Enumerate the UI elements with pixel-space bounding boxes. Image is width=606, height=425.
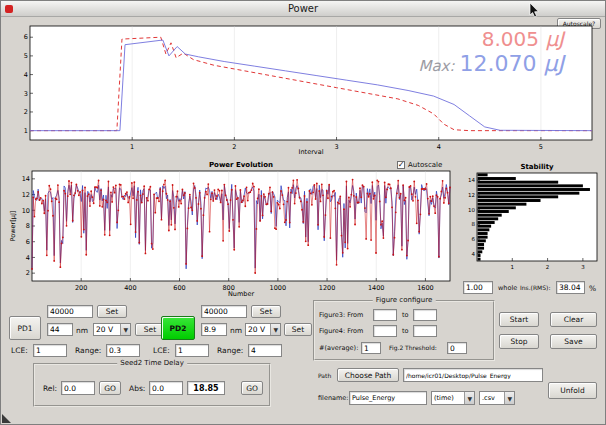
average-input[interactable]: [361, 342, 381, 354]
clear-button[interactable]: Clear: [550, 312, 597, 327]
svg-text:1: 1: [24, 127, 28, 135]
lce2-input[interactable]: [175, 344, 209, 357]
extension-select[interactable]: .csv▼: [479, 391, 515, 405]
pd2-nm-label: nm: [230, 326, 242, 335]
svg-text:400: 400: [124, 284, 136, 292]
abs-position-readout: 18.85: [187, 381, 225, 395]
svg-text:12: 12: [468, 192, 475, 198]
threshold-label: Fig.2 Threshold:: [389, 344, 437, 351]
threshold-input[interactable]: [447, 342, 467, 354]
lce1-input[interactable]: [33, 344, 67, 357]
svg-text:2: 2: [26, 269, 30, 277]
chevron-down-icon: ▼: [120, 324, 130, 335]
figure4-to-label: to: [402, 327, 409, 335]
stability-canvas: 123468101214Stability: [461, 161, 601, 273]
save-button[interactable]: Save: [550, 334, 597, 349]
rms-input[interactable]: [556, 281, 585, 294]
chevron-down-icon: ▼: [270, 324, 280, 335]
svg-text:5: 5: [539, 143, 543, 151]
rel-input[interactable]: [61, 381, 95, 395]
pd1-voltage-select[interactable]: 20 V▼: [93, 323, 131, 336]
abs-go-button[interactable]: GO: [241, 381, 263, 395]
choose-path-button[interactable]: Choose Path: [337, 368, 399, 382]
figure3-to-label: to: [402, 311, 409, 319]
figure1-plot: 12345123456Interval 8.005 µJ Max: 12.070…: [8, 21, 600, 155]
svg-text:2: 2: [232, 143, 236, 151]
pd1-nm-label: nm: [76, 326, 88, 335]
svg-text:3: 3: [334, 143, 338, 151]
svg-text:4: 4: [26, 254, 30, 262]
percent-label: %: [589, 284, 596, 293]
stability-plot: 123468101214Stability: [461, 161, 601, 273]
svg-text:12: 12: [22, 191, 30, 199]
svg-text:Number: Number: [228, 290, 254, 297]
resize-grip: [2, 414, 11, 423]
pd1-button[interactable]: PD1: [9, 316, 41, 340]
pd1-wavelength-input[interactable]: [47, 323, 73, 336]
pd2-voltage-select[interactable]: 20 V▼: [245, 323, 281, 336]
svg-text:10: 10: [22, 207, 30, 215]
svg-text:4: 4: [24, 71, 28, 79]
rel-go-button[interactable]: GO: [99, 381, 121, 395]
lce1-label: LCE:: [11, 346, 28, 355]
whole-input[interactable]: [463, 281, 493, 294]
stop-button[interactable]: Stop: [499, 334, 539, 349]
filename-label: filename:: [318, 394, 349, 402]
titlebar[interactable]: Power: [1, 1, 605, 17]
average-label: #(average):: [319, 344, 358, 352]
power-evolution-canvas: 20040060080010001200140016002468101214Po…: [8, 159, 456, 297]
rms-label: Ins.(RMS):: [520, 284, 550, 291]
pd2-gain-input[interactable]: [201, 305, 247, 318]
path-input[interactable]: [403, 368, 543, 382]
svg-text:4: 4: [472, 251, 476, 257]
svg-text:1: 1: [511, 264, 515, 270]
range1-input[interactable]: [106, 344, 140, 357]
mouse-cursor-icon: [529, 3, 540, 18]
abs-label: Abs:: [129, 384, 145, 393]
autoscale-checkbox[interactable]: Autoscale: [397, 161, 442, 169]
svg-text:4: 4: [437, 143, 441, 151]
svg-text:8: 8: [26, 222, 30, 230]
svg-text:1600: 1600: [417, 284, 434, 292]
chevron-down-icon: ▼: [464, 392, 474, 404]
svg-text:8: 8: [472, 221, 476, 227]
chevron-down-icon: ▼: [504, 392, 514, 404]
svg-text:3: 3: [24, 90, 28, 98]
svg-text:6: 6: [26, 238, 30, 246]
window-title: Power: [288, 3, 318, 14]
max-energy-readout: Max: 12.070 µJ: [418, 51, 564, 76]
checkbox-icon: [397, 161, 405, 169]
power-window: Power Autoscale? 12345123456Interval 8.0…: [0, 0, 606, 425]
svg-text:Interval: Interval: [299, 148, 324, 155]
svg-text:Stability: Stability: [520, 163, 554, 171]
record-icon: [5, 5, 13, 13]
whole-label: whole: [498, 284, 517, 292]
pd1-set-gain-button[interactable]: Set: [97, 305, 127, 318]
abs-input[interactable]: [149, 381, 183, 395]
figure3-from-input[interactable]: [373, 309, 397, 321]
range2-label: Range:: [217, 346, 243, 355]
svg-text:6: 6: [24, 33, 28, 41]
figure4-to-input[interactable]: [413, 325, 437, 337]
time-suffix-select[interactable]: (time)▼: [431, 391, 475, 405]
svg-text:6: 6: [472, 236, 476, 242]
unfold-button[interactable]: Unfold: [548, 382, 597, 399]
pd2-wavelength-input[interactable]: [201, 323, 227, 336]
pd2-set-voltage-button[interactable]: Set: [284, 323, 312, 336]
range2-input[interactable]: [248, 344, 282, 357]
pd2-set-gain-button[interactable]: Set: [251, 305, 281, 318]
svg-text:10: 10: [468, 207, 475, 213]
autoscale-checkbox-label: Autoscale: [408, 161, 442, 169]
start-button[interactable]: Start: [499, 312, 539, 327]
svg-text:600: 600: [173, 284, 185, 292]
figure3-to-input[interactable]: [413, 309, 437, 321]
svg-text:1000: 1000: [270, 284, 287, 292]
filename-input[interactable]: [349, 391, 427, 405]
svg-text:Power[µJ]: Power[µJ]: [9, 211, 17, 242]
rel-label: Rel:: [43, 384, 57, 393]
figure4-from-input[interactable]: [373, 325, 397, 337]
figure3-from-label: Figure3: From: [319, 311, 363, 319]
pd2-button[interactable]: PD2: [161, 316, 195, 340]
svg-text:14: 14: [468, 177, 475, 183]
pd1-gain-input[interactable]: [47, 305, 93, 318]
